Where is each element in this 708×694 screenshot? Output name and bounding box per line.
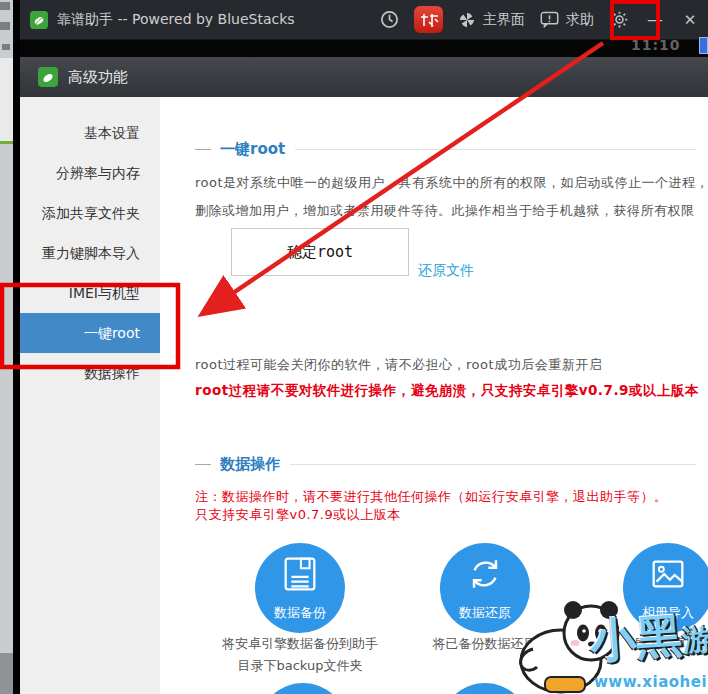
sidebar: 基本设置 分辨率与内存 添加共享文件夹 重力键脚本导入 IMEI与机型 一键ro…: [20, 97, 160, 694]
gear-icon: [609, 9, 630, 30]
help-label: 求助: [566, 11, 594, 29]
dialog-header: 高级功能: [20, 57, 708, 97]
sidebar-item-script-import[interactable]: 重力键脚本导入: [20, 233, 160, 273]
data-backup-caption: 将安卓引擎数据备份到助手 目录下backup文件夹: [195, 633, 405, 677]
root-note: root过程可能会关闭你的软件，请不必担心，root成功后会重新开启: [195, 356, 703, 374]
android-clock: 11:10: [631, 37, 681, 53]
watermark-url: www.xiaohei.com: [594, 673, 708, 691]
help-button[interactable]: 求助: [540, 10, 594, 29]
data-section-title: 数据操作: [220, 455, 280, 474]
minimize-button[interactable]: —: [645, 10, 665, 29]
emulator-status-strip: [20, 40, 708, 57]
root-desc-line1: root是对系统中唯一的超级用户，具有系统中的所有的权限，如启动或停止一个进程，: [195, 174, 703, 192]
sync-arrows-icon: [464, 553, 506, 595]
title-bar: 靠谱助手 -- Powered by BlueStacks 主界面: [20, 0, 708, 40]
watermark-logo: 小黑游戏: [588, 601, 708, 673]
dialog-title: 高级功能: [68, 68, 128, 87]
background-window-sliver: [0, 0, 13, 694]
app-logo-icon: [30, 11, 48, 29]
window-title: 靠谱助手 -- Powered by BlueStacks: [57, 11, 295, 29]
sidebar-item-data-operations[interactable]: 数据操作: [20, 353, 160, 393]
root-desc-line2: 删除或增加用户，增加或者禁用硬件等待。此操作相当于给手机越狱，获得所有权限: [195, 202, 703, 220]
help-bubble-icon: [540, 10, 559, 29]
app-window: 靠谱助手 -- Powered by BlueStacks 主界面: [0, 0, 708, 694]
red-app-icon[interactable]: [414, 6, 443, 33]
data-backup-button[interactable]: 数据备份: [255, 543, 345, 633]
history-button[interactable]: [380, 10, 399, 29]
data-section-header: 数据操作: [195, 455, 696, 474]
settings-button[interactable]: [609, 9, 630, 30]
pinwheel-icon: [458, 11, 476, 29]
floppy-disk-icon: [279, 553, 321, 595]
clock-icon: [380, 10, 399, 29]
sidebar-item-one-key-root[interactable]: 一键root: [20, 313, 160, 353]
data-backup-label: 数据备份: [255, 604, 345, 622]
sidebar-item-resolution-memory[interactable]: 分辨率与内存: [20, 153, 160, 193]
data-note-line2: 只支持安卓引擎v0.7.9或以上版本: [195, 506, 703, 524]
sidebar-item-shared-folder[interactable]: 添加共享文件夹: [20, 193, 160, 233]
root-warning: root过程请不要对软件进行操作，避免崩溃，只支持安卓引擎v0.7.9或以上版本: [195, 382, 703, 400]
sidebar-item-basic-settings[interactable]: 基本设置: [20, 113, 160, 153]
restore-files-link[interactable]: 还原文件: [418, 262, 474, 280]
root-section-title: 一键root: [220, 140, 285, 159]
close-button[interactable]: ✕: [680, 11, 700, 29]
main-screen-button[interactable]: 主界面: [458, 11, 525, 29]
stable-root-label: 稳定root: [287, 243, 353, 262]
advanced-features-icon: [38, 67, 58, 87]
main-screen-label: 主界面: [483, 11, 525, 29]
stable-root-button[interactable]: 稳定root: [231, 228, 409, 276]
sidebar-item-imei-model[interactable]: IMEI与机型: [20, 273, 160, 313]
data-note-line1: 注：数据操作时，请不要进行其他任何操作（如运行安卓引擎，退出助手等）。: [195, 488, 703, 506]
root-section-header: 一键root: [195, 140, 696, 159]
photo-icon: [647, 553, 689, 595]
mini-app-icon: [699, 37, 708, 54]
